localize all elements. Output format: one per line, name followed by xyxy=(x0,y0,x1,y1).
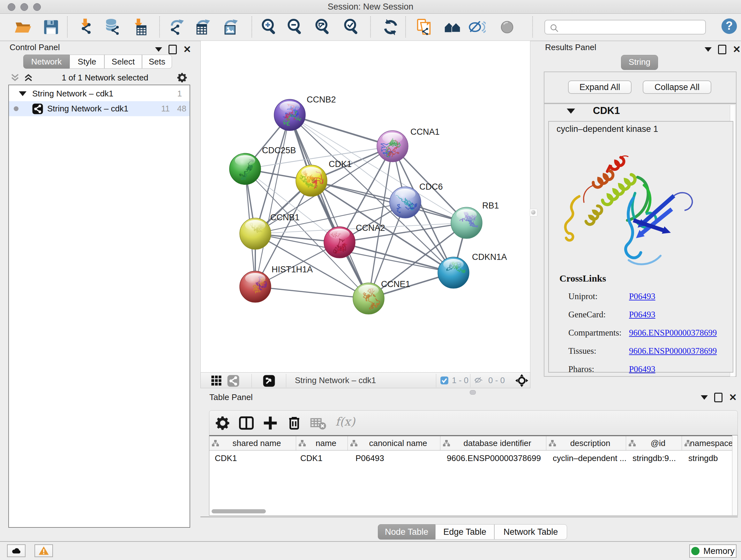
collapse-all-button[interactable]: Collapse All xyxy=(643,80,711,94)
show-panel-icon[interactable] xyxy=(498,18,516,37)
network-view-toolbar: String Network – cdk1 1 - 0 0 - 0 xyxy=(200,372,530,388)
help-button[interactable]: ? xyxy=(720,17,738,36)
crosslink-value-link[interactable]: P06493 xyxy=(629,292,656,301)
delete-column-icon[interactable] xyxy=(286,415,303,432)
network-selection-summary: 1 of 1 Network selected xyxy=(34,73,176,83)
cloud-status-button[interactable] xyxy=(7,544,25,557)
import-network-database-icon[interactable] xyxy=(104,18,122,37)
table-cell[interactable]: CDK1 xyxy=(300,451,348,465)
network-node-CCNA1[interactable]: CCNA1 xyxy=(377,127,440,162)
network-row-selected[interactable]: String Network – cdk1 11 48 xyxy=(9,101,190,116)
warning-status-button[interactable] xyxy=(35,544,53,557)
splitter-handle[interactable] xyxy=(470,390,476,395)
table-cell[interactable]: P06493 xyxy=(355,451,441,465)
network-status-dot xyxy=(14,106,18,111)
table-cell[interactable]: stringdb xyxy=(688,451,733,465)
column-header-database-identifier[interactable]: database identifier xyxy=(441,436,546,450)
refresh-icon[interactable] xyxy=(381,18,400,37)
zoom-in-icon[interactable] xyxy=(260,18,279,37)
protein-collapse-icon[interactable] xyxy=(567,109,575,114)
hidden-counts: 0 - 0 xyxy=(488,373,505,388)
share-view-icon[interactable] xyxy=(227,374,240,388)
network-node-CCNB1[interactable]: CCNB1 xyxy=(240,212,300,249)
control-panel-menu-icon[interactable] xyxy=(155,47,162,52)
zoom-fit-icon[interactable] xyxy=(314,18,332,37)
svg-text:CCNE1: CCNE1 xyxy=(381,279,410,289)
column-header-shared-name[interactable]: shared name xyxy=(209,436,296,450)
splitter-handle[interactable] xyxy=(530,209,537,216)
zoom-out-icon[interactable] xyxy=(286,18,305,37)
grid-view-icon[interactable] xyxy=(211,375,222,387)
hide-panel-icon[interactable] xyxy=(467,18,486,37)
tab-sets[interactable]: Sets xyxy=(142,55,172,69)
column-header-canonical-name[interactable]: canonical name xyxy=(348,436,441,450)
column-header--id[interactable]: @id xyxy=(626,436,682,450)
tab-network-table[interactable]: Network Table xyxy=(494,524,567,540)
show-columns-icon[interactable] xyxy=(238,415,255,432)
network-node-CCNE1[interactable]: CCNE1 xyxy=(353,279,410,314)
results-panel-menu-icon[interactable] xyxy=(704,47,712,52)
export-network-icon[interactable] xyxy=(167,18,186,37)
crosslink-value-link[interactable]: P06493 xyxy=(629,310,656,320)
table-panel-float-icon[interactable] xyxy=(714,393,723,402)
crosslink-value-link[interactable]: 9606.ENSP00000378699 xyxy=(629,346,717,356)
network-node-CCNB2[interactable]: CCNB2 xyxy=(274,95,336,131)
tab-edge-table[interactable]: Edge Table xyxy=(435,524,494,540)
column-header-namespace[interactable]: namespace xyxy=(682,436,733,450)
zoom-selected-icon[interactable] xyxy=(342,18,361,37)
table-cell[interactable]: 9606.ENSP00000378699 xyxy=(447,451,546,465)
collapse-all-icon[interactable] xyxy=(10,72,20,83)
memory-button[interactable]: Memory xyxy=(689,544,737,558)
network-node-HIST1H1A[interactable]: HIST1H1A xyxy=(240,265,313,302)
node-table[interactable]: shared namenamecanonical namedatabase id… xyxy=(209,435,738,516)
expand-all-button[interactable]: Expand All xyxy=(568,80,631,94)
table-cell[interactable]: CDK1 xyxy=(215,451,296,465)
main-toolbar: ? xyxy=(0,14,741,41)
crosslink-value-link[interactable]: P06493 xyxy=(629,364,656,374)
horizontal-scrollbar[interactable] xyxy=(212,509,266,513)
column-header-name[interactable]: name xyxy=(296,436,348,450)
column-header-description[interactable]: description xyxy=(546,436,626,450)
control-panel-close-icon[interactable]: ✕ xyxy=(183,46,191,53)
vertical-scrollbar[interactable] xyxy=(732,435,738,515)
svg-text:CDC25B: CDC25B xyxy=(262,145,296,155)
table-panel-title: Table Panel xyxy=(209,392,253,402)
results-panel-float-icon[interactable] xyxy=(718,45,726,54)
expand-all-icon[interactable] xyxy=(23,72,34,83)
table-cell[interactable]: stringdb:9... xyxy=(632,451,682,465)
tab-select[interactable]: Select xyxy=(105,55,142,69)
import-network-file-icon[interactable] xyxy=(77,18,96,37)
crosslink-value-link[interactable]: 9606.ENSP00000378699 xyxy=(629,328,717,338)
tab-string[interactable]: String xyxy=(621,55,658,70)
tab-network[interactable]: Network xyxy=(23,55,70,69)
selected-nodes-checkbox-icon[interactable] xyxy=(440,376,449,386)
save-session-icon[interactable] xyxy=(42,18,60,37)
birdseye-view-icon[interactable] xyxy=(263,374,275,388)
pan-crosshair-icon[interactable] xyxy=(515,374,529,389)
network-node-CDC25B[interactable]: CDC25B xyxy=(229,145,296,185)
control-panel-float-icon[interactable] xyxy=(169,45,177,54)
tab-style[interactable]: Style xyxy=(70,55,105,69)
cloud-icon xyxy=(11,545,22,556)
open-session-icon[interactable] xyxy=(14,18,32,37)
import-table-file-icon[interactable] xyxy=(131,18,149,37)
tree-expand-icon[interactable] xyxy=(19,91,26,96)
crosslink-label: Pharos: xyxy=(568,364,594,374)
table-panel-close-icon[interactable]: ✕ xyxy=(729,394,737,401)
export-table-icon[interactable] xyxy=(193,18,212,37)
search-input[interactable] xyxy=(544,20,706,35)
home-view-icon[interactable] xyxy=(443,18,462,37)
network-canvas[interactable]: CCNB2CCNA1CDC25BCDK1CDC6RB1CCNB1CCNA2CDK… xyxy=(200,41,530,372)
table-settings-gear-icon[interactable] xyxy=(214,415,231,432)
table-panel-menu-icon[interactable] xyxy=(701,395,708,400)
table-cell[interactable]: cyclin–dependent ... xyxy=(553,451,626,465)
tab-node-table[interactable]: Node Table xyxy=(378,524,435,540)
add-column-icon[interactable] xyxy=(262,415,279,432)
copy-network-icon[interactable] xyxy=(414,18,433,37)
export-image-icon[interactable] xyxy=(221,18,240,37)
network-options-gear-icon[interactable] xyxy=(176,71,188,84)
network-collection-row[interactable]: String Network – cdk1 1 xyxy=(9,86,190,101)
network-node-RB1[interactable]: RB1 xyxy=(451,201,499,239)
network-node-CDKN1A[interactable]: CDKN1A xyxy=(438,252,507,288)
results-panel-close-icon[interactable]: ✕ xyxy=(733,46,741,53)
